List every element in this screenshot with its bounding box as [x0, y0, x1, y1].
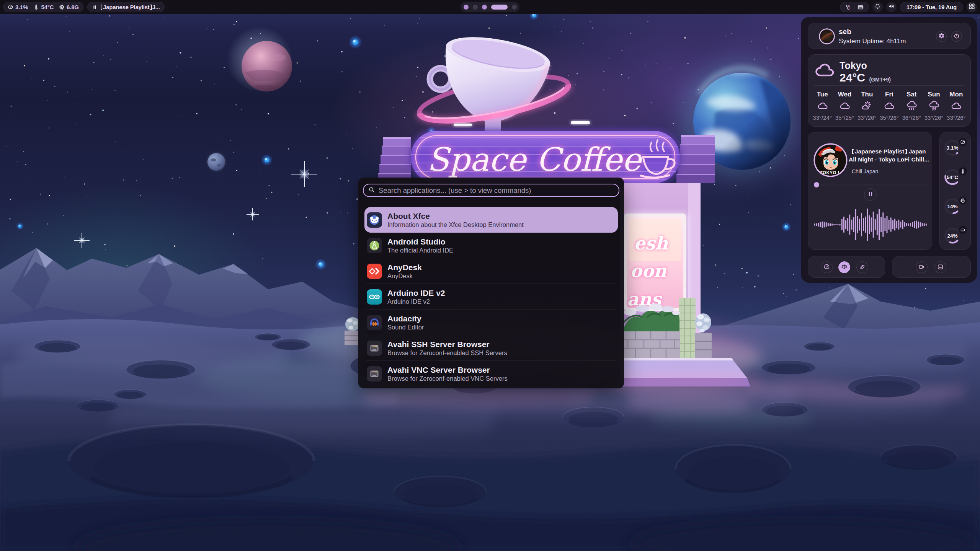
stairs-left [378, 137, 411, 183]
scales-icon [841, 264, 848, 271]
media-title-line1: Japanese Playlist Japan [849, 148, 929, 156]
workspace-dot-1[interactable] [464, 5, 469, 10]
app-subtitle: Arduino IDE v2 [387, 298, 445, 305]
app-title: Arduino IDE v2 [387, 289, 445, 297]
cloud-icon [840, 101, 850, 112]
forecast-day: Sun [928, 91, 940, 98]
clock[interactable]: 17:09 - Tue, 19 Aug [900, 2, 963, 12]
app-item-avahi-ssh-server-browser[interactable]: Avahi SSH Server BrowserBrowse for Zeroc… [364, 335, 618, 361]
gauge-label: 24% [947, 233, 957, 239]
forecast-mon: Mon33°/26° [945, 90, 967, 122]
slider-knob[interactable] [814, 182, 819, 187]
profile-power-saver-button[interactable] [856, 261, 868, 273]
bar-stat-thermometer: 54°C [33, 4, 54, 10]
anydesk-app-icon [367, 264, 382, 279]
chip-icon [59, 4, 65, 10]
forecast-day: Fri [885, 91, 893, 98]
app-item-arduino-ide-v2[interactable]: Arduino IDE v2Arduino IDE v2 [364, 284, 618, 310]
power-icon [954, 33, 960, 40]
capture-card [892, 256, 971, 278]
app-item-anydesk[interactable]: AnyDeskAnyDesk [364, 258, 618, 284]
speaker-icon [888, 3, 895, 11]
forecast-row: Tue33°/24°Wed35°/25°Thu33°/26°Fri35°/26°… [811, 90, 967, 122]
flower-box [622, 303, 680, 358]
power-button[interactable] [951, 31, 962, 42]
bell-icon [874, 3, 881, 11]
cloud-icon [951, 101, 961, 112]
play-pause-button[interactable] [864, 188, 877, 201]
app-title: About Xfce [387, 212, 524, 220]
xfce-app-icon [367, 212, 382, 228]
gauge-speedometer: 3.1% [945, 138, 967, 155]
forecast-temps: 33°/24° [813, 114, 832, 121]
forecast-temps: 35°/26° [880, 114, 899, 121]
audio-waveform [813, 204, 927, 246]
forecast-temps: 35°/25° [835, 114, 854, 121]
app-title: Avahi SSH Server Browser [387, 340, 507, 348]
forecast-thu: Thu33°/26° [856, 90, 878, 122]
forecast-wed: Wed35°/25° [833, 90, 856, 122]
gauge-chip: 14% [945, 197, 967, 214]
forecast-temps: 36°/26° [902, 114, 921, 121]
music-pill[interactable]: Japanese PlaylistJ... [87, 2, 165, 12]
media-progress-slider[interactable] [814, 182, 927, 187]
forecast-sat: Sat36°/26° [900, 90, 923, 122]
list-divider [366, 284, 616, 284]
workspace-dot-4-active[interactable] [491, 5, 508, 10]
media-title-line2: All Night - Tokyo LoFi Chill... [849, 156, 929, 164]
control-sidebar: seb System Uptime: 4h11m Tokyo 24°C (GMT… [801, 17, 977, 283]
speedometer-icon [8, 4, 13, 10]
svg-text:oon: oon [630, 261, 666, 281]
thermometer-icon [33, 4, 39, 10]
profile-balanced-button[interactable] [838, 261, 850, 273]
music-label: Japanese PlaylistJ... [100, 4, 160, 10]
search-box[interactable] [363, 184, 619, 197]
app-launcher: About XfceInformation about the Xfce Des… [358, 178, 624, 388]
forecast-temps: 33°/26° [924, 114, 944, 121]
screen-record-button[interactable] [916, 261, 928, 273]
volume-button[interactable] [886, 2, 897, 12]
grid-dashboard-icon [968, 3, 975, 11]
tray-keyboard-icon[interactable]: UᶜC [845, 3, 852, 11]
workspace-dot-3[interactable] [482, 5, 487, 10]
list-divider [366, 309, 616, 310]
list-divider [366, 360, 616, 361]
app-item-audacity[interactable]: AudacitySound Editor [364, 310, 618, 335]
system-stats-pill[interactable]: 3.1%54°C6.8G [3, 2, 83, 12]
forecast-day: Mon [949, 91, 963, 98]
app-grid-button[interactable] [967, 2, 977, 12]
app-item-about-xfce[interactable]: About XfceInformation about the Xfce Des… [364, 207, 618, 233]
user-name: seb [839, 28, 906, 36]
leaf-icon [859, 264, 866, 271]
forecast-day: Tue [817, 91, 828, 98]
app-subtitle: Browse for Zeroconf-enabled SSH Servers [387, 350, 507, 356]
workspace-dot-5[interactable] [512, 5, 517, 10]
workspace-dot-2[interactable] [473, 5, 478, 10]
user-card: seb System Uptime: 4h11m [808, 23, 971, 49]
bar-stat-chip: 6.8G [59, 4, 79, 10]
media-subtitle: Chill Japan. [852, 168, 880, 174]
app-title: Audacity [387, 315, 424, 323]
app-subtitle: Browse for Zeroconf-enabled VNC Servers [387, 375, 508, 382]
system-tray[interactable]: UᶜC [840, 2, 869, 12]
media-card: TOKYO L Japanese Playlist Japan All Nigh… [808, 132, 932, 250]
workspace-indicator[interactable] [461, 2, 519, 12]
app-item-android-studio[interactable]: Android StudioThe official Android IDE [364, 233, 618, 258]
app-subtitle: Information about the Xfce Desktop Envir… [387, 222, 524, 228]
search-input[interactable] [379, 186, 614, 195]
profile-performance-button[interactable] [821, 261, 833, 273]
list-divider [366, 258, 616, 258]
pause-icon [867, 190, 874, 199]
cafe-sign: Space Coffee Space Coffee [409, 129, 681, 185]
notifications-button[interactable] [872, 2, 883, 12]
settings-button[interactable] [936, 31, 947, 42]
app-item-avahi-vnc-server-browser[interactable]: Avahi VNC Server BrowserBrowse for Zeroc… [364, 361, 618, 385]
clock-label: 17:09 - Tue, 19 Aug [906, 4, 957, 10]
screenshot-button[interactable] [934, 261, 946, 273]
tray-picture-icon[interactable] [857, 4, 864, 11]
divider [814, 85, 964, 86]
app-title: AnyDesk [387, 263, 422, 271]
weather-city: Tokyo [840, 60, 891, 71]
screenshot-icon [937, 264, 944, 271]
weather-timezone: (GMT+9) [869, 77, 890, 83]
